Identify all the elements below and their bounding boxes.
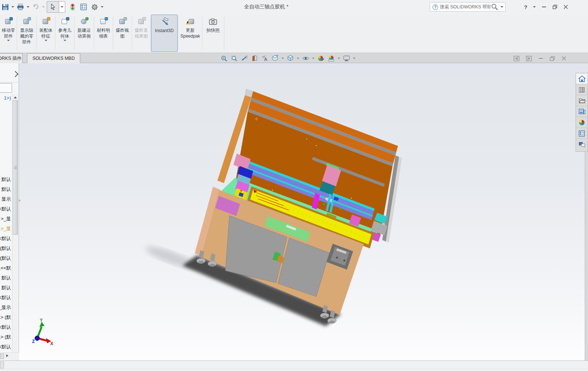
view-settings-dropdown-icon[interactable]	[353, 58, 355, 59]
view-settings-icon[interactable]	[342, 54, 351, 63]
title-bar: 全自动三轴点胶机 * ? 搜索 SOLIDWORKS 帮助 ?	[0, 0, 588, 14]
restore-button[interactable]	[550, 3, 560, 11]
options-gear-icon[interactable]	[90, 2, 99, 12]
select-dropdown-icon[interactable]	[59, 1, 65, 13]
appearances-scenes-icon[interactable]	[576, 117, 588, 128]
options-dropdown-icon[interactable]	[101, 6, 104, 8]
view-orientation-icon[interactable]	[271, 54, 279, 63]
apply-scene-icon[interactable]	[327, 54, 336, 63]
hscrollbar-thumb[interactable]	[0, 353, 4, 359]
hide-show-dropdown-icon[interactable]	[312, 58, 314, 59]
document-title: 全自动三轴点胶机 *	[204, 4, 328, 10]
view-orientation-dropdown-icon[interactable]	[282, 58, 284, 59]
reference-triad: Y X Z	[32, 318, 53, 346]
status-bar	[0, 360, 588, 371]
svg-text:X: X	[50, 341, 53, 346]
minimize-button[interactable]	[539, 3, 549, 11]
svg-text:Z: Z	[32, 339, 35, 344]
graphics-viewport[interactable]: Y X Z	[0, 63, 588, 360]
quick-access-toolbar	[1, 1, 105, 13]
display-style-icon[interactable]	[286, 54, 295, 63]
print-dropdown-icon[interactable]	[27, 6, 30, 8]
document-close-button[interactable]	[560, 55, 568, 62]
part-panel-button2[interactable]	[344, 260, 345, 262]
ribbon-exploded-view-button[interactable]: 爆炸视 图	[113, 15, 132, 52]
ribbon-new-motion-study-button[interactable]: 新建运 动算例	[74, 15, 94, 52]
ribbon-assembly-features-button[interactable]: 装配体 特征	[36, 15, 55, 52]
heads-up-view-toolbar: A	[220, 54, 356, 63]
undo-dropdown-icon[interactable]	[42, 6, 45, 8]
tree-vertical-scrollbar[interactable]	[12, 94, 18, 371]
save-dropdown-icon[interactable]	[11, 6, 14, 8]
ribbon-reference-geometry-button[interactable]: 参考几 何体	[55, 15, 74, 52]
panel-expand-chevron-icon[interactable]	[12, 71, 19, 77]
panel-divider	[0, 82, 19, 82]
search-input[interactable]: 搜索 SOLIDWORKS 帮助	[440, 4, 491, 10]
previous-view-icon[interactable]	[240, 54, 249, 63]
document-restore-button[interactable]	[549, 55, 556, 62]
feature-manager-panel	[0, 63, 19, 360]
part-green-dot2	[340, 208, 341, 210]
ribbon-bill-of-materials-button[interactable]: 材料明 细表	[94, 15, 113, 52]
design-library-icon[interactable]	[576, 84, 588, 95]
feature-manager-tab-header[interactable]	[0, 83, 12, 93]
search-icon[interactable]	[491, 3, 499, 11]
help-search-box[interactable]: ? 搜索 SOLIDWORKS 帮助	[430, 2, 506, 12]
selection-filter-icon[interactable]	[68, 2, 77, 12]
file-properties-icon[interactable]	[79, 2, 88, 12]
collapse-left-pane-button[interactable]	[513, 55, 520, 62]
dropdown-caret-icon[interactable]	[45, 40, 47, 41]
ribbon-take-snapshot-button[interactable]: 拍快照	[202, 15, 224, 52]
display-style-dropdown-icon[interactable]	[297, 58, 299, 59]
ribbon-move-component-button[interactable]: 移动零 部件	[0, 15, 17, 52]
section-view-icon[interactable]	[250, 54, 259, 63]
scrollbar-grip	[14, 166, 17, 169]
select-tool-button[interactable]	[47, 1, 59, 13]
tree-horizontal-scrollbar[interactable]	[0, 352, 19, 360]
apply-scene-dropdown-icon[interactable]	[338, 58, 340, 59]
help-button[interactable]: ?	[521, 3, 530, 11]
explode-line-sketch-icon	[137, 17, 146, 26]
tab-solidworks-mbd[interactable]: SOLIDWORKS MBD	[27, 53, 80, 63]
dropdown-caret-icon[interactable]	[63, 40, 66, 41]
part-left-bracket-reddot	[240, 190, 242, 192]
ribbon-show-hidden-button[interactable]: 显示隐 藏的零 部件	[17, 15, 36, 52]
scrollbar-thumb[interactable]	[13, 100, 18, 235]
svg-text:Y: Y	[40, 318, 43, 323]
dropdown-caret-icon[interactable]	[7, 40, 10, 41]
tab-solidworks-addins[interactable]: ORKS 插件	[0, 53, 23, 63]
collapse-right-pane-button[interactable]	[525, 55, 533, 62]
part-panel-button1[interactable]	[336, 257, 338, 259]
file-explorer-icon[interactable]	[576, 95, 588, 106]
annotation-view-icon[interactable]: A	[260, 54, 269, 63]
panel-splitter-handle[interactable]	[19, 200, 20, 201]
hscrollbar-right-arrow-icon[interactable]	[6, 354, 8, 357]
task-pane-collapsed-strip[interactable]	[585, 152, 588, 360]
edit-appearance-icon[interactable]	[317, 54, 325, 63]
solidworks-forum-icon[interactable]	[576, 139, 588, 150]
custom-properties-icon[interactable]	[576, 128, 588, 139]
search-scope-dropdown-icon[interactable]	[500, 6, 503, 8]
instant3d-icon	[160, 17, 169, 27]
save-icon[interactable]	[1, 2, 9, 12]
show-hidden-components-icon	[22, 17, 31, 26]
hide-show-items-icon[interactable]	[301, 54, 310, 63]
part-green-dot1	[323, 204, 325, 205]
help-dropdown-icon[interactable]	[530, 3, 539, 11]
close-button[interactable]	[561, 3, 570, 11]
scrollbar-up-arrow-icon[interactable]	[14, 96, 17, 98]
status-divider	[0, 369, 588, 369]
home-icon[interactable]	[576, 73, 588, 84]
zoom-to-area-icon[interactable]	[230, 54, 239, 63]
print-icon[interactable]	[16, 2, 25, 12]
reference-geometry-icon	[60, 17, 70, 26]
3d-model-canvas[interactable]: Y X Z	[0, 63, 588, 371]
task-pane	[576, 73, 588, 152]
undo-icon[interactable]	[31, 2, 40, 12]
assembly-features-icon	[41, 17, 51, 26]
zoom-to-fit-icon[interactable]	[220, 54, 228, 63]
document-minimize-button[interactable]	[537, 55, 544, 62]
ribbon-update-speedpak-button[interactable]: 更新 Speedpak	[178, 15, 202, 52]
view-palette-icon[interactable]	[576, 106, 588, 117]
ribbon-instant3d-button[interactable]: Instant3D	[151, 15, 178, 52]
